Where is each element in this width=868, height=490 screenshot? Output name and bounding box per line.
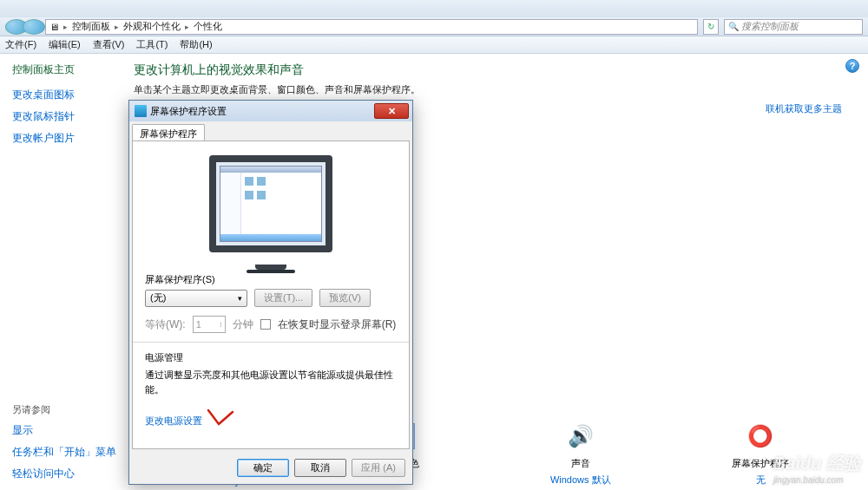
menu-view[interactable]: 查看(V) [93,38,125,51]
refresh-button[interactable]: ↻ [703,19,719,35]
help-icon[interactable]: ? [845,59,859,73]
apply-button[interactable]: 应用 (A) [352,459,405,477]
dialog-title-text: 屏幕保护程序设置 [150,105,227,118]
close-button[interactable]: ✕ [374,103,409,119]
power-text: 通过调整显示亮度和其他电源设置以节省能源或提供最佳性能。 [145,368,397,396]
resume-label: 在恢复时显示登录屏幕(R) [278,317,397,332]
crumb-appearance[interactable]: 外观和个性化 [123,20,181,33]
screensaver-label: 屏幕保护程序(S) [145,273,397,286]
crumb-control-panel[interactable]: 控制面板 [72,20,110,33]
red-arrow-annotation [207,408,236,428]
sidebar-home[interactable]: 控制面板主页 [12,62,122,77]
dialog-icon [135,105,147,117]
search-input[interactable]: 搜索控制面板 [724,19,863,35]
page-title: 更改计算机上的视觉效果和声音 [134,62,851,78]
sidebar-link-taskbar[interactable]: 任务栏和「开始」菜单 [12,445,122,460]
ok-button[interactable]: 确定 [237,459,289,477]
screensaver-dialog: 屏幕保护程序设置 ✕ 屏幕保护程序 [128,100,413,485]
power-title: 电源管理 [145,351,397,364]
menu-help[interactable]: 帮助(H) [180,38,212,51]
sidebar-link-display[interactable]: 显示 [12,423,122,438]
preview-button[interactable]: 预览(V) [319,289,371,307]
get-more-themes-link[interactable]: 联机获取更多主题 [766,102,842,115]
sounds-item[interactable]: 🔊 声音 Windows 默认 [529,419,633,487]
forward-button[interactable] [23,19,45,35]
computer-icon: 🖥 [49,22,59,32]
menu-file[interactable]: 文件(F) [5,38,36,51]
page-desc: 单击某个主题立即更改桌面背景、窗口颜色、声音和屏幕保护程序。 [134,83,851,96]
tab-screensaver[interactable]: 屏幕保护程序 [132,124,205,140]
sound-icon: 🔊 [560,419,602,454]
sidebar-see-also-header: 另请参阅 [12,403,122,416]
wait-unit: 分钟 [233,317,253,332]
monitor-preview [145,155,397,273]
window-titlebar [0,0,868,17]
screensaver-icon: ⭕ [740,419,781,454]
menu-edit[interactable]: 编辑(E) [49,38,81,51]
wait-spinner[interactable]: 1 [193,316,226,333]
sidebar: 控制面板主页 更改桌面图标 更改鼠标指针 更改帐户图片 另请参阅 显示 任务栏和… [0,54,122,490]
address-bar: 🖥 控制面板 外观和个性化 个性化 ↻ 搜索控制面板 [0,17,868,36]
crumb-personalization[interactable]: 个性化 [194,20,222,33]
breadcrumb[interactable]: 🖥 控制面板 外观和个性化 个性化 [45,19,698,35]
screensaver-dropdown[interactable]: (无) [145,290,247,307]
resume-checkbox[interactable] [260,319,271,330]
cancel-button[interactable]: 取消 [294,459,346,477]
settings-button[interactable]: 设置(T)... [254,289,312,307]
menu-bar: 文件(F) 编辑(E) 查看(V) 工具(T) 帮助(H) [0,36,868,54]
sidebar-link-ease-of-access[interactable]: 轻松访问中心 [12,467,122,481]
menu-tools[interactable]: 工具(T) [136,38,168,51]
sidebar-link-desktop-icons[interactable]: 更改桌面图标 [12,88,122,102]
wait-label: 等待(W): [145,317,186,332]
screensaver-item[interactable]: ⭕ 屏幕保护程序 无 [708,419,812,487]
sidebar-link-account-picture[interactable]: 更改帐户图片 [12,131,122,146]
sidebar-link-mouse-pointers[interactable]: 更改鼠标指针 [12,109,122,124]
dialog-titlebar[interactable]: 屏幕保护程序设置 ✕ [129,101,412,121]
change-power-settings-link[interactable]: 更改电源设置 [145,415,202,426]
